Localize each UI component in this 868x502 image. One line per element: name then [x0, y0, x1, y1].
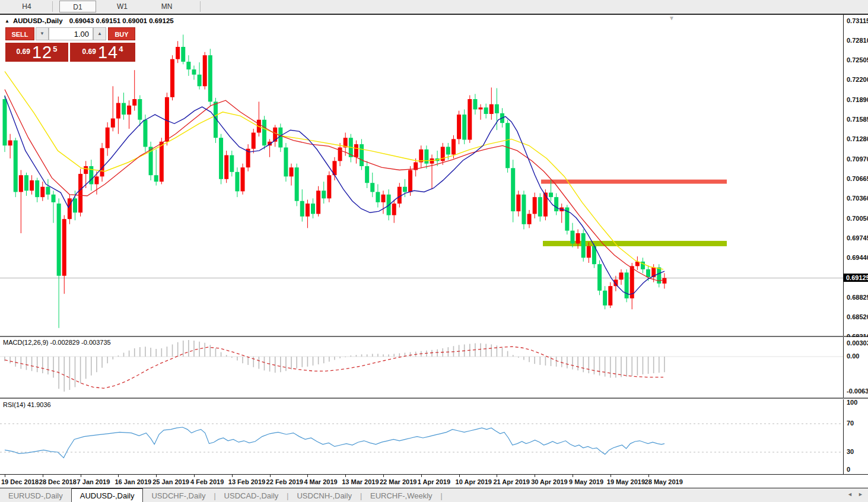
candle-body [381, 195, 385, 202]
date-axis-label: 25 Jan 2019 [152, 478, 189, 485]
date-tick [459, 475, 460, 477]
tab-usdcaddaily[interactable]: USDCAD-,Daily [216, 489, 287, 502]
candle-body [360, 144, 364, 166]
macd-axis-label: 0.00 [847, 352, 859, 360]
date-axis-label: 21 Apr 2019 [493, 478, 529, 485]
candle-body [549, 193, 553, 198]
buy-price-tile[interactable]: 0.69144 [70, 43, 135, 62]
candle-body [473, 99, 477, 109]
rsi-indicator-canvas[interactable] [0, 399, 843, 474]
candle-body [106, 128, 110, 148]
sell-price-tile[interactable]: 0.69125 [5, 43, 68, 62]
timeframe-button-d1[interactable]: D1 [59, 1, 96, 12]
tab-eurchfweekly[interactable]: EURCHF-,Weekly [362, 489, 441, 502]
candle-body [398, 187, 402, 204]
candle-body [489, 104, 494, 114]
candle-body [143, 120, 147, 147]
candle-body [192, 69, 196, 75]
timeframe-button-h4[interactable]: H4 [8, 1, 45, 12]
candle-body [46, 187, 50, 195]
panel-splitter-rsi[interactable] [0, 398, 868, 399]
candle-body [170, 59, 174, 97]
candle-body [538, 197, 542, 217]
volume-increase-button[interactable]: ▲ [93, 27, 106, 40]
tab-audusddaily[interactable]: AUDUSD-,Daily [71, 488, 144, 502]
buy-price-main: 14 [98, 43, 118, 62]
price-axis-label: 0.72200 [847, 76, 868, 84]
date-axis-label: 4 Feb 2019 [190, 478, 224, 485]
candle-body [290, 167, 294, 176]
price-axis[interactable]: 0.731150.728100.725050.722000.718900.715… [843, 15, 868, 336]
date-axis-label: 13 Mar 2019 [342, 478, 379, 485]
panel-splitter-macd[interactable] [0, 336, 868, 337]
candle-body [608, 286, 612, 306]
candle-body [462, 115, 466, 139]
candle-body [235, 172, 239, 192]
candle-body [181, 47, 185, 62]
candle-body [224, 155, 228, 179]
price-axis-label: 0.71890 [847, 96, 868, 104]
volume-input[interactable] [49, 27, 93, 40]
date-tick [307, 475, 308, 477]
candle-body [597, 264, 602, 291]
chart-ohlc-values: 0.69043 0.69151 0.69001 0.69125 [69, 17, 174, 24]
candle-body [403, 187, 407, 192]
candle-body [186, 62, 190, 69]
date-axis-label: 10 Apr 2019 [456, 478, 492, 485]
candle-body [484, 107, 488, 114]
candle-body [176, 47, 180, 59]
sell-price-main: 12 [32, 43, 52, 62]
candle-body [40, 187, 44, 197]
buy-button[interactable]: BUY [108, 27, 135, 40]
chart-collapse-icon[interactable]: ▲ [5, 18, 9, 24]
candle-body [62, 219, 66, 276]
candle-body [533, 197, 537, 214]
sell-price-pip: 5 [53, 45, 57, 53]
volume-decrease-button[interactable]: ▼ [36, 27, 49, 40]
candle-body [430, 158, 434, 164]
candle-body [241, 167, 245, 191]
date-tick [81, 475, 81, 477]
date-axis-label: 4 Mar 2019 [304, 478, 337, 485]
candle-body [625, 272, 629, 298]
tab-scroll-right-icon[interactable]: ► [858, 491, 863, 497]
tab-usdcnhdaily[interactable]: USDCNH-,Daily [288, 489, 360, 502]
macd-axis-label: 0.003035 [847, 339, 868, 347]
tab-eurusddaily[interactable]: EURUSD-,Daily [0, 489, 71, 502]
macd-indicator-canvas[interactable] [0, 337, 843, 398]
candle-body [419, 150, 423, 163]
macd-axis-label: -0.006311 [847, 387, 868, 395]
candle-body [408, 170, 412, 192]
candle-body [505, 123, 510, 168]
price-axis-label: 0.70665 [847, 175, 868, 183]
tab-scroll-left-icon[interactable]: ◄ [847, 491, 853, 497]
chart-window: ▲AUDUSD-,Daily 0.69043 0.69151 0.69001 0… [0, 15, 868, 488]
candle-body [311, 204, 315, 214]
candle-body [262, 120, 266, 145]
tab-usdchfdaily[interactable]: USDCHF-,Daily [143, 489, 214, 502]
timeframe-button-mn[interactable]: MN [148, 1, 185, 12]
date-axis[interactable]: 19 Dec 201828 Dec 20187 Jan 201916 Jan 2… [0, 474, 868, 488]
timeframe-toolbar: H4D1W1MN [0, 0, 868, 15]
date-axis-label: 9 May 2019 [569, 478, 603, 485]
candle-body [370, 183, 374, 192]
candle-body [203, 55, 207, 86]
candle-body [613, 279, 618, 286]
date-axis-label: 13 Feb 2019 [228, 478, 265, 485]
price-shift-marker-icon[interactable]: ▼ [669, 15, 675, 21]
date-tick [118, 475, 119, 477]
date-tick [421, 475, 422, 477]
date-axis-label: 22 Mar 2019 [380, 478, 416, 485]
rsi-axis[interactable]: 10070300 [843, 399, 868, 474]
candle-body [327, 175, 331, 198]
sell-button[interactable]: SELL [5, 27, 34, 40]
macd-axis[interactable]: 0.0030350.00-0.006311 [843, 337, 868, 398]
candle-body [495, 104, 499, 113]
date-tick [43, 475, 43, 477]
date-axis-label: 7 Jan 2019 [77, 478, 110, 485]
macd-label: MACD(12,26,9) -0.002829 -0.003735 [3, 339, 111, 346]
timeframe-button-w1[interactable]: W1 [104, 1, 141, 12]
candle-body [116, 103, 120, 119]
candle-body [554, 197, 558, 211]
candle-body [3, 99, 7, 145]
